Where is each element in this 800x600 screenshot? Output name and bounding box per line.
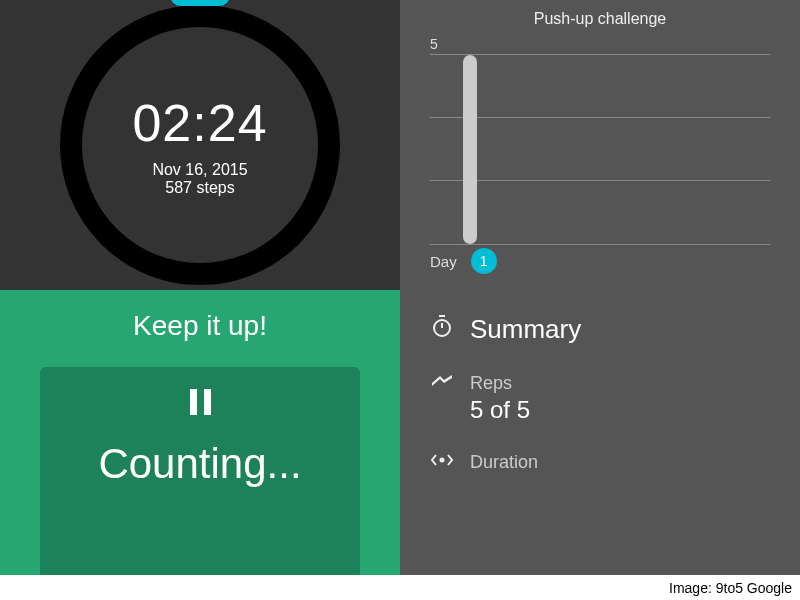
reps-icon [430, 373, 470, 387]
svg-point-3 [441, 459, 444, 462]
counting-status: Counting... [98, 440, 301, 488]
chart-max-value: 5 [430, 36, 770, 52]
stopwatch-icon [430, 314, 470, 338]
day-badge[interactable]: 1 [471, 248, 497, 274]
watch-face: 02:24 Nov 16, 2015 587 steps [0, 0, 400, 290]
progress-arc [170, 0, 230, 6]
summary-heading: Summary [470, 314, 770, 345]
progress-ring: 02:24 Nov 16, 2015 587 steps [60, 5, 340, 285]
steps-display: 587 steps [165, 179, 234, 197]
motivation-text: Keep it up! [133, 310, 267, 342]
duration-icon [430, 452, 470, 468]
day-label: Day [430, 253, 457, 270]
reps-value: 5 of 5 [470, 396, 770, 424]
workout-panel: Keep it up! Counting... [0, 290, 400, 575]
chart-bar-day-1 [463, 55, 477, 244]
date-display: Nov 16, 2015 [152, 161, 247, 179]
duration-label: Duration [470, 452, 770, 473]
time-display: 02:24 [132, 93, 267, 153]
counting-card[interactable]: Counting... [40, 367, 360, 575]
reps-label: Reps [470, 373, 770, 394]
chart-box [430, 54, 770, 244]
chart-area: 5 Day 1 [400, 36, 800, 274]
image-credit: Image: 9to5 Google [669, 580, 792, 596]
summary-section: Summary Reps 5 of 5 [400, 314, 800, 475]
pause-icon[interactable] [190, 389, 211, 415]
challenge-title: Push-up challenge [400, 10, 800, 28]
